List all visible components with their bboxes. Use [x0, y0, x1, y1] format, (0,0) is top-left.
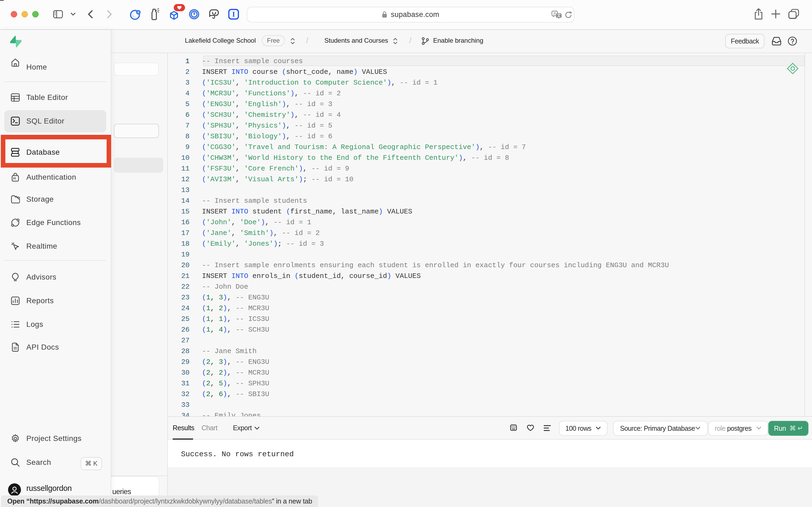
svg-text:A: A	[554, 11, 556, 15]
svg-text:I: I	[232, 10, 235, 18]
